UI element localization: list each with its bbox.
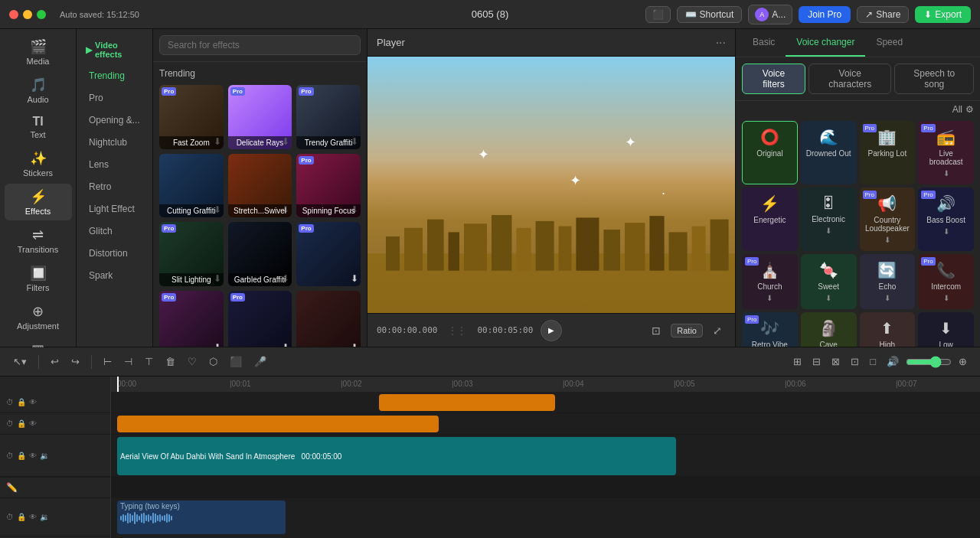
download-icon-effect12[interactable]: ⬇ — [351, 342, 358, 347]
crop-button[interactable]: ⊡ — [648, 323, 665, 338]
align-center-button[interactable]: ⊡ — [847, 354, 863, 370]
toolbar-audio[interactable]: 🎵 Audio — [5, 72, 72, 109]
voice-card-bass-boost[interactable]: Pro🔊Bass Boost⬇ — [918, 187, 974, 251]
export-button[interactable]: ⬇ Export — [915, 6, 971, 23]
voice-dl-icon-bass-boost[interactable]: ⬇ — [943, 227, 949, 236]
download-icon-effect10[interactable]: ⬇ — [214, 342, 221, 347]
effect-card-effect9[interactable]: Pro⬇ — [296, 222, 361, 286]
zoom-slider[interactable] — [906, 356, 952, 368]
effects-nav-pro[interactable]: Pro — [80, 87, 149, 109]
clip-overlay-1[interactable] — [379, 394, 555, 411]
effects-nav-spark[interactable]: Spark — [80, 265, 149, 286]
image-button[interactable]: ⬛ — [226, 354, 246, 370]
download-icon-effect11[interactable]: ⬇ — [282, 342, 289, 347]
vf-tab-voice-characters[interactable]: Voice characters — [808, 64, 891, 94]
voice-card-live-broadcast[interactable]: Pro📻Live broadcast⬇ — [918, 121, 974, 184]
download-icon-effect9[interactable]: ⬇ — [351, 273, 358, 284]
voice-card-low[interactable]: ⬇Low⬇ — [918, 312, 974, 347]
clip-overlay-2[interactable] — [117, 416, 439, 432]
effects-nav-lens[interactable]: Lens — [80, 154, 149, 175]
voice-dl-icon-intercom[interactable]: ⬇ — [943, 294, 949, 302]
undo-button[interactable]: ↩ — [47, 354, 63, 370]
player-menu-icon[interactable]: ··· — [716, 36, 726, 50]
split-both-button[interactable]: ⊠ — [828, 354, 844, 370]
toolbar-adjustment[interactable]: ⊕ Adjustment — [5, 298, 72, 335]
voice-card-church[interactable]: Pro⛪Church⬇ — [742, 254, 798, 309]
voice-card-parking-lot[interactable]: Pro🏢Parking Lot — [860, 121, 916, 184]
effect-card-fast-zoom[interactable]: Pro⬇Fast Zoom — [159, 85, 224, 149]
tab-basic[interactable]: Basic — [742, 29, 786, 57]
voice-dl-icon-electronic[interactable]: ⬇ — [825, 227, 831, 235]
voice-card-sweet[interactable]: 🍬Sweet⬇ — [801, 254, 857, 309]
vf-tab-voice-filters[interactable]: Voice filters — [742, 64, 805, 94]
toolbar-media[interactable]: 🎬 Media — [5, 34, 72, 70]
split-horizontal-button[interactable]: ⊟ — [808, 354, 825, 370]
effects-nav-light[interactable]: Light Effect — [80, 198, 149, 220]
delete-button[interactable]: 🗑 — [162, 354, 179, 370]
split-right-button[interactable]: ⊣ — [120, 354, 136, 370]
cursor-tool-button[interactable]: ↖▾ — [9, 354, 31, 370]
minimize-button[interactable] — [23, 10, 32, 19]
voice-dl-icon-church[interactable]: ⬇ — [766, 294, 773, 302]
heart-button[interactable]: ♡ — [184, 354, 201, 370]
tab-voice-changer[interactable]: Voice changer — [786, 29, 865, 57]
effect-card-spinning-focus[interactable]: Pro⬇Spinning Focus — [296, 154, 361, 218]
voice-card-country-loudspeaker[interactable]: Pro📢Country Loudspeaker⬇ — [860, 187, 916, 251]
effect-card-effect12[interactable]: ⬇ — [296, 291, 361, 347]
split-button[interactable]: ⊤ — [141, 354, 157, 370]
effects-nav-glitch[interactable]: Glitch — [80, 220, 149, 242]
effect-card-stretch-swivel[interactable]: ⬇Stretch...Swivel — [228, 154, 292, 218]
redo-button[interactable]: ↪ — [67, 354, 83, 370]
fullscreen-button[interactable]: ⤢ — [709, 323, 726, 338]
toolbar-text[interactable]: TI Text — [5, 110, 72, 144]
effect-card-effect11[interactable]: Pro⬇ — [228, 291, 292, 347]
voice-dl-icon-sweet[interactable]: ⬇ — [825, 294, 831, 302]
clip-typing[interactable]: Typing (two keys) — [117, 501, 286, 534]
effect-card-garbled-graffiti[interactable]: ⬇Garbled Graffiti — [228, 222, 292, 286]
voice-dl-icon-country-loudspeaker[interactable]: ⬇ — [884, 236, 890, 244]
toolbar-transitions[interactable]: ⇌ Transitions — [5, 222, 72, 259]
split-vertical-button[interactable]: ⊞ — [789, 354, 805, 370]
ratio-button[interactable]: Ratio — [671, 324, 703, 337]
toolbar-stickers[interactable]: ✨ Stickers — [5, 145, 72, 182]
voice-card-intercom[interactable]: Pro📞Intercom⬇ — [918, 254, 974, 309]
vf-tab-speech-to-song[interactable]: Speech to song — [894, 64, 974, 94]
effects-nav-opening[interactable]: Opening &... — [80, 109, 149, 131]
shortcut-button[interactable]: ⌨️ Shortcut — [677, 6, 743, 23]
effects-nav-distortion[interactable]: Distortion — [80, 243, 149, 264]
effects-nav-nightclub[interactable]: Nightclub — [80, 132, 149, 153]
voice-card-high[interactable]: ⬆High⬇ — [860, 312, 916, 347]
effect-card-effect10[interactable]: Pro⬇ — [159, 291, 224, 347]
toolbar-effects[interactable]: ⚡ Effects — [5, 184, 72, 220]
effect-card-slit-lighting[interactable]: Pro⬇Slit Lighting — [159, 222, 224, 286]
split-left-button[interactable]: ⊢ — [100, 354, 116, 370]
voice-card-original[interactable]: ⭕Original — [742, 121, 798, 184]
tab-speed[interactable]: Speed — [865, 29, 913, 57]
image2-button[interactable]: □ — [866, 354, 880, 370]
effects-nav-retro[interactable]: Retro — [80, 176, 149, 197]
effect-card-cutting-graffiti[interactable]: ⬇Cutting Graffiti — [159, 154, 224, 218]
effect-card-trendy-graffiti[interactable]: Pro⬇Trendy Graffiti — [296, 85, 361, 149]
voice-card-echo[interactable]: 🔄Echo⬇ — [860, 254, 916, 309]
share-button[interactable]: ↗ Share — [857, 6, 909, 23]
effects-search-input[interactable] — [159, 35, 361, 55]
voice-card-drowned-out[interactable]: 🌊Drowned Out — [801, 121, 857, 184]
mic-button[interactable]: 🎤 — [250, 354, 270, 370]
voice-dl-icon-live-broadcast[interactable]: ⬇ — [943, 169, 949, 178]
volume-button[interactable]: 🔊 — [883, 354, 903, 370]
join-pro-button[interactable]: Join Pro — [799, 6, 851, 23]
user-avatar[interactable]: A A... — [748, 5, 792, 24]
voice-card-energetic[interactable]: ⚡Energetic — [742, 187, 798, 251]
voice-card-electronic[interactable]: 🎛Electronic⬇ — [801, 187, 857, 251]
toolbar-filters[interactable]: 🔲 Filters — [5, 260, 72, 297]
voice-card-retro-vibe[interactable]: Pro🎶Retro Vibe⬇ — [742, 312, 798, 347]
fullscreen-button[interactable] — [37, 10, 46, 19]
monitor-icon[interactable]: ⬛ — [645, 6, 671, 23]
clip-main-video[interactable]: Aerial View Of Abu Dahbi With Sand In At… — [117, 437, 676, 475]
effect-card-delicate-rays[interactable]: Pro⬇Delicate Rays — [228, 85, 292, 149]
effects-nav-trending[interactable]: Trending — [80, 65, 149, 86]
play-button[interactable]: ▶ — [541, 320, 562, 341]
voice-dl-icon-echo[interactable]: ⬇ — [884, 294, 890, 302]
close-button[interactable] — [9, 10, 18, 19]
timeline-more-button[interactable]: ⊕ — [955, 354, 971, 370]
